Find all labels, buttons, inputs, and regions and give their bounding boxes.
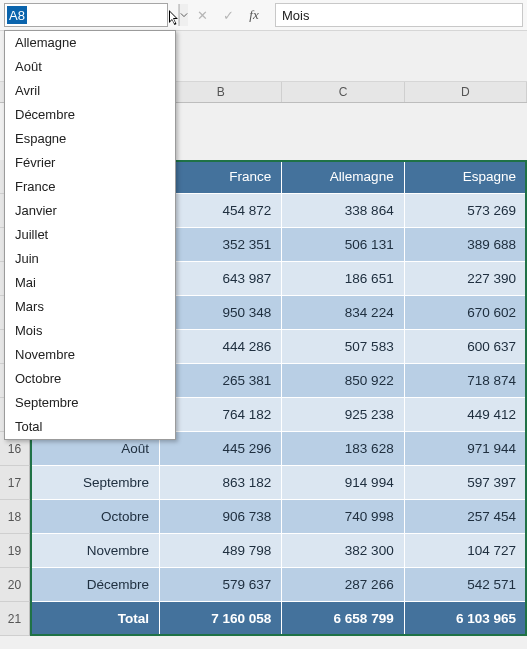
data-cell[interactable]: 382 300 (282, 534, 404, 568)
dropdown-item[interactable]: Juillet (5, 223, 175, 247)
formula-bar-area: A8 ✕ ✓ fx Mois (0, 0, 527, 31)
row-header[interactable]: 17 (0, 466, 30, 500)
row-header[interactable]: 21 (0, 602, 30, 636)
formula-bar[interactable]: Mois (275, 3, 523, 27)
data-cell[interactable]: 925 238 (282, 398, 404, 432)
data-cell[interactable]: 389 688 (405, 228, 527, 262)
data-cell[interactable]: 338 864 (282, 194, 404, 228)
data-cell[interactable]: 597 397 (405, 466, 527, 500)
data-cell[interactable]: 971 944 (405, 432, 527, 466)
data-cell[interactable]: France (160, 160, 282, 194)
data-cell[interactable]: 834 224 (282, 296, 404, 330)
data-cell[interactable]: 352 351 (160, 228, 282, 262)
row-label-cell[interactable]: Novembre (30, 534, 160, 568)
table-row: 18Octobre906 738740 998257 454 (0, 500, 527, 534)
row-label-cell[interactable]: Décembre (30, 568, 160, 602)
column-header-d[interactable]: D (405, 82, 527, 102)
data-cell[interactable]: 740 998 (282, 500, 404, 534)
dropdown-item[interactable]: Février (5, 151, 175, 175)
fx-icon: fx (249, 7, 258, 23)
dropdown-item[interactable]: Espagne (5, 127, 175, 151)
data-cell[interactable]: 183 628 (282, 432, 404, 466)
formula-buttons: ✕ ✓ fx (189, 4, 267, 26)
data-cell[interactable]: 6 103 965 (405, 602, 527, 636)
formula-bar-value: Mois (282, 8, 309, 23)
data-cell[interactable]: 718 874 (405, 364, 527, 398)
data-cell[interactable]: 670 602 (405, 296, 527, 330)
data-cell[interactable]: 265 381 (160, 364, 282, 398)
data-cell[interactable]: 287 266 (282, 568, 404, 602)
data-cell[interactable]: 573 269 (405, 194, 527, 228)
data-cell[interactable]: 764 182 (160, 398, 282, 432)
data-cell[interactable]: 950 348 (160, 296, 282, 330)
dropdown-item[interactable]: Total (5, 415, 175, 439)
data-cell[interactable]: 489 798 (160, 534, 282, 568)
name-box-input[interactable] (5, 7, 179, 24)
column-header-b[interactable]: B (160, 82, 282, 102)
chevron-down-icon (180, 11, 188, 19)
row-header[interactable]: 19 (0, 534, 30, 568)
table-row: 17Septembre863 182914 994597 397 (0, 466, 527, 500)
data-cell[interactable]: 542 571 (405, 568, 527, 602)
data-cell[interactable]: 6 658 799 (282, 602, 404, 636)
dropdown-item[interactable]: Allemagne (5, 31, 175, 55)
data-cell[interactable]: 507 583 (282, 330, 404, 364)
close-icon: ✕ (197, 8, 208, 23)
name-box[interactable]: A8 (4, 3, 168, 27)
table-row: 19Novembre489 798382 300104 727 (0, 534, 527, 568)
dropdown-item[interactable]: Mai (5, 271, 175, 295)
data-cell[interactable]: Espagne (405, 160, 527, 194)
table-row: 21Total7 160 0586 658 7996 103 965 (0, 602, 527, 636)
row-label-cell[interactable]: Septembre (30, 466, 160, 500)
dropdown-item[interactable]: Octobre (5, 367, 175, 391)
data-cell[interactable]: 906 738 (160, 500, 282, 534)
dropdown-item[interactable]: Mois (5, 319, 175, 343)
dropdown-item[interactable]: Août (5, 55, 175, 79)
name-box-dropdown-list[interactable]: AllemagneAoûtAvrilDécembreEspagneFévrier… (4, 30, 176, 440)
confirm-button[interactable]: ✓ (215, 4, 241, 26)
data-cell[interactable]: 445 296 (160, 432, 282, 466)
dropdown-item[interactable]: Juin (5, 247, 175, 271)
row-header[interactable]: 18 (0, 500, 30, 534)
dropdown-item[interactable]: France (5, 175, 175, 199)
dropdown-item[interactable]: Mars (5, 295, 175, 319)
data-cell[interactable]: 227 390 (405, 262, 527, 296)
dropdown-item[interactable]: Janvier (5, 199, 175, 223)
dropdown-item[interactable]: Septembre (5, 391, 175, 415)
data-cell[interactable]: 186 651 (282, 262, 404, 296)
table-row: 20Décembre579 637287 266542 571 (0, 568, 527, 602)
data-cell[interactable]: 454 872 (160, 194, 282, 228)
dropdown-item[interactable]: Avril (5, 79, 175, 103)
cancel-button[interactable]: ✕ (189, 4, 215, 26)
insert-function-button[interactable]: fx (241, 4, 267, 26)
data-cell[interactable]: 444 286 (160, 330, 282, 364)
check-icon: ✓ (223, 8, 234, 23)
data-cell[interactable]: 449 412 (405, 398, 527, 432)
data-cell[interactable]: 104 727 (405, 534, 527, 568)
row-label-cell[interactable]: Total (30, 602, 160, 636)
column-header-c[interactable]: C (282, 82, 404, 102)
name-box-dropdown-button[interactable] (179, 4, 188, 26)
row-header[interactable]: 20 (0, 568, 30, 602)
data-cell[interactable]: Allemagne (282, 160, 404, 194)
data-cell[interactable]: 863 182 (160, 466, 282, 500)
data-cell[interactable]: 914 994 (282, 466, 404, 500)
data-cell[interactable]: 257 454 (405, 500, 527, 534)
data-cell[interactable]: 579 637 (160, 568, 282, 602)
data-cell[interactable]: 600 637 (405, 330, 527, 364)
dropdown-item[interactable]: Décembre (5, 103, 175, 127)
data-cell[interactable]: 643 987 (160, 262, 282, 296)
data-cell[interactable]: 850 922 (282, 364, 404, 398)
data-cell[interactable]: 7 160 058 (160, 602, 282, 636)
row-label-cell[interactable]: Octobre (30, 500, 160, 534)
dropdown-item[interactable]: Novembre (5, 343, 175, 367)
data-cell[interactable]: 506 131 (282, 228, 404, 262)
